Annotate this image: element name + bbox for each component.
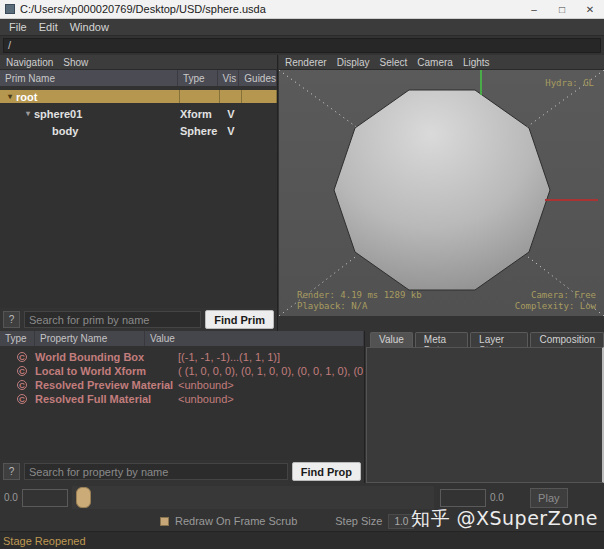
frame-slider[interactable]	[72, 486, 434, 509]
inspector-value-view[interactable]	[366, 347, 604, 483]
tree-row-root[interactable]: ▾root	[0, 90, 277, 103]
property-name: Local to World Xform	[35, 365, 178, 377]
prim-type: Xform	[180, 107, 220, 120]
property-rows: C World Bounding Box [(-1, -1, -1)...(1,…	[0, 346, 364, 460]
prim-type: Sphere	[180, 124, 220, 137]
computed-icon: C	[17, 352, 27, 362]
hud-camera-stats: Camera: Free Complexity: Low	[515, 290, 596, 312]
col-value: Value	[145, 331, 364, 346]
tree-row-sphere01[interactable]: ▾sphere01 Xform V	[0, 107, 277, 120]
menu-lights[interactable]: Lights	[463, 57, 490, 68]
col-prim-name: Prim Name	[0, 70, 178, 86]
property-name: Resolved Full Material	[35, 393, 178, 405]
prim-browser: Navigation Show Prim Name Type Vis Guide…	[0, 55, 278, 331]
prim-browser-menubar: Navigation Show	[0, 55, 277, 70]
statusbar: Stage Reopened	[0, 531, 604, 549]
property-search-row: ? Find Prop	[0, 460, 364, 483]
play-button[interactable]: Play	[530, 488, 568, 508]
col-property-name: Property Name	[35, 331, 145, 346]
redraw-checkbox[interactable]	[160, 517, 169, 526]
frame-end-input[interactable]	[440, 489, 486, 507]
prim-tree: ▾root ▾sphere01 Xform V body Sphere V	[0, 86, 277, 308]
status-message: Stage Reopened	[3, 535, 86, 547]
viewport-canvas[interactable]: Hydra: GL Render: 4.19 ms 1289 kb Playba…	[279, 70, 604, 316]
property-row-resolved-preview-material[interactable]: C Resolved Preview Material <unbound>	[0, 378, 364, 391]
computed-icon: C	[17, 366, 27, 376]
menu-window[interactable]: Window	[65, 21, 114, 33]
property-name: Resolved Preview Material	[35, 379, 178, 391]
prim-path-bar: /	[0, 36, 604, 55]
sphere-render	[279, 70, 604, 316]
sphere-geometry	[334, 90, 550, 290]
prim-name: body	[52, 125, 78, 137]
frame-start-input[interactable]	[22, 489, 68, 507]
prim-tree-header: Prim Name Type Vis Guides	[0, 70, 277, 86]
property-row-world-bounding-box[interactable]: C World Bounding Box [(-1, -1, -1)...(1,…	[0, 350, 364, 363]
col-type: Type	[178, 70, 218, 86]
minimize-button[interactable]: –	[520, 0, 548, 18]
prim-name: root	[16, 91, 37, 103]
col-guides: Guides	[239, 70, 277, 86]
frame-slider-handle[interactable]	[76, 487, 91, 508]
frame-end-label: 0.0	[486, 492, 508, 503]
hud-renderer: Hydra: GL	[545, 78, 594, 89]
titlebar: C:/Users/xp000020769/Desktop/USD/sphere.…	[0, 0, 604, 19]
expander-icon[interactable]: ▾	[22, 109, 34, 118]
find-prop-button[interactable]: Find Prop	[292, 462, 361, 481]
menu-select[interactable]: Select	[380, 57, 408, 68]
prim-search-help-button[interactable]: ?	[3, 311, 20, 328]
maximize-button[interactable]: □	[548, 0, 576, 18]
menu-edit[interactable]: Edit	[34, 21, 63, 33]
app-icon	[5, 4, 15, 14]
tree-row-body[interactable]: body Sphere V	[0, 124, 277, 137]
close-button[interactable]: ✕	[576, 0, 604, 18]
menu-renderer[interactable]: Renderer	[285, 57, 327, 68]
watermark: 知乎 @XSuperZone	[411, 506, 598, 532]
hud-render-stats: Render: 4.19 ms 1289 kb Playback: N/A	[297, 290, 422, 312]
inspector-panel: Value Meta Data Layer Stack Composition	[366, 331, 604, 483]
prim-vis[interactable]: V	[220, 107, 242, 120]
property-row-local-to-world-xform[interactable]: C Local to World Xform ( (1, 0, 0, 0), (…	[0, 364, 364, 377]
tab-composition[interactable]: Composition	[530, 332, 604, 347]
redraw-label: Redraw On Frame Scrub	[175, 515, 297, 527]
property-browser: Type Property Name Value C World Boundin…	[0, 331, 365, 483]
find-prim-button[interactable]: Find Prim	[205, 310, 274, 329]
inspector-tabs: Value Meta Data Layer Stack Composition	[366, 331, 604, 347]
col-vis: Vis	[218, 70, 240, 86]
property-row-resolved-full-material[interactable]: C Resolved Full Material <unbound>	[0, 392, 364, 405]
tab-layer-stack[interactable]: Layer Stack	[470, 332, 528, 347]
prim-vis[interactable]: V	[220, 124, 242, 137]
top-region: Navigation Show Prim Name Type Vis Guide…	[0, 55, 604, 331]
prim-search-input[interactable]	[24, 311, 201, 328]
prim-vis[interactable]	[220, 90, 242, 103]
computed-icon: C	[17, 394, 27, 404]
prim-path-input[interactable]: /	[3, 38, 601, 53]
step-size-label: Step Size	[335, 515, 382, 527]
computed-icon: C	[17, 380, 27, 390]
property-value: ( (1, 0, 0, 0), (0, 1, 0, 0), (0, 0, 1, …	[178, 365, 364, 377]
property-value: <unbound>	[178, 379, 364, 391]
expander-icon[interactable]: ▾	[4, 92, 16, 101]
viewport: Renderer Display Select Camera Lights	[279, 55, 604, 331]
frame-start-label: 0.0	[0, 492, 22, 503]
tab-meta-data[interactable]: Meta Data	[415, 332, 468, 347]
property-name: World Bounding Box	[35, 351, 178, 363]
prim-search-row: ? Find Prim	[0, 308, 277, 331]
menu-display[interactable]: Display	[337, 57, 370, 68]
window-controls: – □ ✕	[520, 0, 604, 18]
menu-navigation[interactable]: Navigation	[6, 57, 53, 68]
property-value: [(-1, -1, -1)...(1, 1, 1)]	[178, 351, 364, 363]
prim-name: sphere01	[34, 108, 82, 120]
menu-file[interactable]: File	[4, 21, 32, 33]
prim-type	[180, 90, 220, 103]
col-type: Type	[0, 331, 35, 346]
menu-show[interactable]: Show	[63, 57, 88, 68]
menu-camera[interactable]: Camera	[417, 57, 453, 68]
property-value: <unbound>	[178, 393, 364, 405]
app-menubar: File Edit Window	[0, 19, 604, 36]
property-search-help-button[interactable]: ?	[3, 463, 20, 480]
property-search-input[interactable]	[24, 463, 288, 480]
tab-value[interactable]: Value	[370, 332, 413, 347]
viewport-menubar: Renderer Display Select Camera Lights	[279, 55, 604, 70]
window-title: C:/Users/xp000020769/Desktop/USD/sphere.…	[20, 3, 520, 15]
